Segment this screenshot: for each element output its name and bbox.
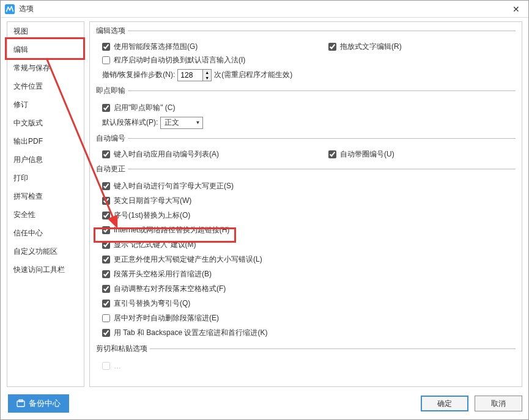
checkbox-label[interactable]: 启用"即点即输" (C) — [114, 103, 176, 113]
checkbox-auto-switch-ime[interactable] — [102, 56, 110, 64]
section-legend: 剪切和粘贴选项 — [96, 344, 150, 354]
section-auto-correct: 自动更正 键入时自动进行句首字母大写更正(S) 英文日期首字母大写(W) 序号(… — [96, 164, 516, 341]
sidebar-item-edit[interactable]: 编辑 — [7, 40, 84, 59]
checkbox-label[interactable]: 更正意外使用大写锁定键产生的大小写错误(L) — [114, 254, 262, 265]
checkbox-autocorrect-3[interactable] — [102, 226, 110, 234]
window-title: 选项 — [19, 4, 508, 14]
sidebar-item-label: 修订 — [13, 100, 28, 109]
button-label: 取消 — [491, 399, 506, 409]
sidebar-item-user-info[interactable]: 用户信息 — [7, 150, 84, 169]
sidebar-item-label: 常规与保存 — [13, 64, 50, 72]
checkbox-enable-click-type[interactable] — [102, 104, 110, 112]
sidebar-item-label: 安全性 — [13, 210, 35, 219]
section-legend: 编辑选项 — [96, 26, 128, 36]
sidebar-item-label: 打印 — [13, 174, 28, 182]
undo-steps-suffix: 次(需重启程序才能生效) — [214, 70, 292, 80]
sidebar-item-general-save[interactable]: 常规与保存 — [7, 59, 84, 77]
section-legend: 自动更正 — [96, 164, 128, 174]
sidebar-item-label: 拼写检查 — [13, 192, 43, 201]
undo-steps-label: 撤销/恢复操作步数(N): — [102, 70, 175, 80]
backup-label: 备份中心 — [29, 398, 61, 409]
footer: 备份中心 确定 取消 — [1, 388, 528, 419]
section-click-type: 即点即输 启用"即点即输" (C) 默认段落样式(P): 正文 ▼ — [96, 86, 516, 131]
checkbox-label[interactable]: Internet或网络路径替换为超链接(H) — [114, 225, 229, 235]
checkbox-label[interactable]: 序号(1st)替换为上标(O) — [114, 210, 190, 221]
spin-down-button[interactable]: ▼ — [203, 75, 211, 81]
checkbox-autocorrect-4[interactable] — [102, 241, 110, 249]
default-para-style-label: 默认段落样式(P): — [102, 117, 158, 128]
sidebar-item-label: 自定义功能区 — [13, 247, 57, 256]
checkbox-label[interactable]: 键入时自动进行句首字母大写更正(S) — [114, 181, 234, 191]
checkbox-autocorrect-10[interactable] — [102, 329, 110, 337]
section-auto-number: 自动编号 键入时自动应用自动编号列表(A) 自动带圈编号(U) — [96, 133, 516, 161]
sidebar-item-label: 编辑 — [13, 45, 28, 54]
spin-up-button[interactable]: ▲ — [203, 70, 211, 75]
sidebar-item-spellcheck[interactable]: 拼写检查 — [7, 187, 84, 205]
cancel-button[interactable]: 取消 — [475, 396, 522, 411]
checkbox-drag-drop-edit[interactable] — [328, 43, 336, 51]
checkbox-autocorrect-1[interactable] — [102, 197, 110, 205]
checkbox-apply-auto-list[interactable] — [102, 150, 110, 158]
sidebar-item-label: 中文版式 — [13, 119, 43, 127]
ok-button[interactable]: 确定 — [421, 396, 468, 411]
sidebar-item-label: 视图 — [13, 27, 28, 35]
sidebar-item-label: 快速访问工具栏 — [13, 265, 65, 274]
sidebar-item-file-location[interactable]: 文件位置 — [7, 77, 84, 95]
sidebar-item-label: 信任中心 — [13, 229, 43, 237]
app-icon — [4, 4, 15, 15]
checkbox-label[interactable]: 程序启动时自动切换到默认语言输入法(I) — [114, 55, 245, 65]
checkbox-label[interactable]: 居中对齐时自动删除段落缩进(E) — [114, 313, 219, 323]
checkbox-smart-paragraph[interactable] — [102, 43, 110, 51]
sidebar-item-print[interactable]: 打印 — [7, 169, 84, 187]
sidebar-item-revision[interactable]: 修订 — [7, 95, 84, 114]
checkbox-label[interactable]: 显示"记忆式键入"建议(M) — [114, 240, 196, 250]
checkbox-autocorrect-9[interactable] — [102, 314, 110, 322]
sidebar-item-label: 输出PDF — [13, 137, 43, 146]
button-label: 确定 — [437, 399, 452, 409]
section-cut-paste: 剪切和粘贴选项 … — [96, 344, 516, 374]
content-panel: 编辑选项 使用智能段落选择范围(G) 拖放式文字编辑(R) 程序启动时自动切换到… — [89, 21, 522, 387]
undo-steps-input-group: ▲ ▼ — [177, 69, 212, 81]
checkbox-label[interactable]: 用 Tab 和 Backspace 设置左缩进和首行缩进(K) — [114, 328, 267, 338]
checkbox-autocorrect-0[interactable] — [102, 182, 110, 190]
section-legend: 自动编号 — [96, 133, 128, 144]
sidebar-item-chinese-layout[interactable]: 中文版式 — [7, 114, 84, 132]
checkbox-label[interactable]: 自动带圈编号(U) — [340, 149, 394, 160]
sidebar: 视图 编辑 常规与保存 文件位置 修订 中文版式 输出PDF 用户信息 打印 拼… — [7, 21, 84, 387]
checkbox-label[interactable]: 拖放式文字编辑(R) — [340, 42, 402, 52]
default-para-style-select[interactable]: 正文 ▼ — [160, 117, 203, 129]
section-edit-options: 编辑选项 使用智能段落选择范围(G) 拖放式文字编辑(R) 程序启动时自动切换到… — [96, 26, 516, 83]
sidebar-item-trust-center[interactable]: 信任中心 — [7, 224, 84, 242]
section-legend: 即点即输 — [96, 86, 128, 96]
checkbox-label[interactable]: 英文日期首字母大写(W) — [114, 196, 191, 206]
spinner: ▲ ▼ — [202, 70, 211, 81]
backup-center-button[interactable]: 备份中心 — [8, 394, 69, 413]
select-value: 正文 — [165, 117, 179, 128]
backup-icon — [17, 399, 25, 408]
sidebar-item-quick-access[interactable]: 快速访问工具栏 — [7, 260, 84, 279]
checkbox-cutpaste-hidden[interactable] — [102, 362, 110, 370]
body: 视图 编辑 常规与保存 文件位置 修订 中文版式 输出PDF 用户信息 打印 拼… — [1, 18, 528, 387]
checkbox-autocorrect-5[interactable] — [102, 256, 110, 263]
checkbox-autocorrect-2[interactable] — [102, 212, 110, 219]
checkbox-label[interactable]: 段落开头空格采用行首缩进(B) — [114, 269, 212, 279]
close-button[interactable]: ✕ — [508, 3, 525, 15]
checkbox-label[interactable]: 直引号替换为弯引号(Q) — [114, 298, 190, 309]
chevron-down-icon: ▼ — [195, 120, 200, 125]
checkbox-autocorrect-8[interactable] — [102, 300, 110, 308]
sidebar-item-custom-ribbon[interactable]: 自定义功能区 — [7, 242, 84, 260]
sidebar-item-output-pdf[interactable]: 输出PDF — [7, 132, 84, 150]
checkbox-autocorrect-6[interactable] — [102, 270, 110, 278]
sidebar-item-view[interactable]: 视图 — [7, 22, 84, 40]
checkbox-label[interactable]: 使用智能段落选择范围(G) — [114, 42, 198, 52]
checkbox-label: … — [114, 362, 121, 370]
checkbox-autocorrect-7[interactable] — [102, 285, 110, 293]
sidebar-item-label: 用户信息 — [13, 155, 43, 164]
checkbox-label[interactable]: 自动调整右对齐段落末空格格式(F) — [114, 284, 226, 294]
titlebar: 选项 ✕ — [1, 1, 528, 18]
checkbox-auto-circled[interactable] — [328, 150, 336, 158]
sidebar-item-label: 文件位置 — [13, 82, 43, 90]
undo-steps-input[interactable] — [178, 70, 202, 81]
checkbox-label[interactable]: 键入时自动应用自动编号列表(A) — [114, 149, 219, 160]
sidebar-item-security[interactable]: 安全性 — [7, 205, 84, 224]
